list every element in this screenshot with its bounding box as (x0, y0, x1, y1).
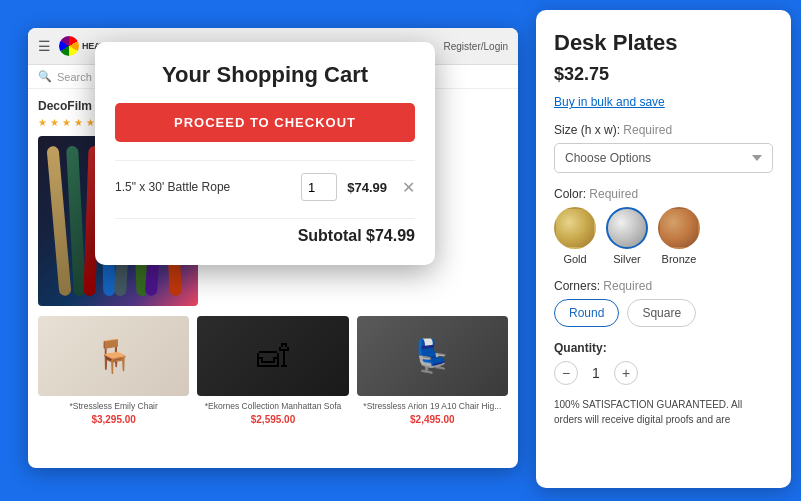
bronze-color-circle (658, 207, 700, 249)
star-icon: ★ (86, 117, 95, 128)
size-option-row: Size (h x w): Required Choose Options (554, 123, 773, 173)
color-options: Gold Silver Bronze (554, 207, 773, 265)
product-card-image-1: 🪑 (38, 316, 189, 396)
logo-circle-icon (59, 36, 79, 56)
quantity-value: 1 (586, 365, 606, 381)
bulk-save-link[interactable]: Buy in bulk and save (554, 95, 773, 109)
product-card-image-2: 🛋 (197, 316, 348, 396)
register-login-link[interactable]: Register/Login (444, 41, 508, 52)
cart-divider (115, 218, 415, 219)
product-card-image-3: 💺 (357, 316, 508, 396)
color-option-silver[interactable]: Silver (606, 207, 648, 265)
cart-item-name: 1.5" x 30' Battle Rope (115, 180, 291, 194)
square-corner-button[interactable]: Square (627, 299, 696, 327)
product-card-price-1: $3,295.00 (38, 414, 189, 425)
cart-item-row: 1.5" x 30' Battle Rope $74.99 ✕ (115, 160, 415, 213)
color-label: Color: Required (554, 187, 773, 201)
product-card-2[interactable]: 🛋 *Ekornes Collection Manhattan Sofa $2,… (197, 316, 348, 425)
cart-item-price: $74.99 (347, 180, 387, 195)
star-icon: ★ (50, 117, 59, 128)
gold-label: Gold (563, 253, 586, 265)
panel-product-title: Desk Plates (554, 30, 773, 56)
star-icon: ★ (62, 117, 71, 128)
star-icon: ★ (74, 117, 83, 128)
product-card-price-2: $2,595.00 (197, 414, 348, 425)
panel-price: $32.75 (554, 64, 773, 85)
corners-label: Corners: Required (554, 279, 773, 293)
color-option-gold[interactable]: Gold (554, 207, 596, 265)
size-select[interactable]: Choose Options (554, 143, 773, 173)
quantity-label: Quantity: (554, 341, 773, 355)
satisfaction-text: 100% SATISFACTION GUARANTEED. All orders… (554, 397, 773, 427)
corners-option-row: Corners: Required Round Square (554, 279, 773, 327)
product-card-name-1: *Stressless Emily Chair (38, 401, 189, 411)
product-detail-panel: Desk Plates $32.75 Buy in bulk and save … (536, 10, 791, 488)
round-corner-button[interactable]: Round (554, 299, 619, 327)
star-icon: ★ (38, 117, 47, 128)
color-option-row: Color: Required Gold Silver Bronze (554, 187, 773, 265)
hamburger-icon[interactable]: ☰ (38, 38, 51, 54)
cart-subtotal: Subtotal $74.99 (115, 227, 415, 245)
silver-color-circle (606, 207, 648, 249)
color-option-bronze[interactable]: Bronze (658, 207, 700, 265)
product-card-price-3: $2,495.00 (357, 414, 508, 425)
checkout-button[interactable]: PROCEED TO CHECKOUT (115, 103, 415, 142)
product-card-name-2: *Ekornes Collection Manhattan Sofa (197, 401, 348, 411)
cart-quantity-input[interactable] (301, 173, 337, 201)
silver-label: Silver (613, 253, 641, 265)
quantity-row: Quantity: − 1 + (554, 341, 773, 385)
quantity-control: − 1 + (554, 361, 773, 385)
quantity-increase-button[interactable]: + (614, 361, 638, 385)
product-card-name-3: *Stressless Arion 19 A10 Chair Hig... (357, 401, 508, 411)
product-card-3[interactable]: 💺 *Stressless Arion 19 A10 Chair Hig... … (357, 316, 508, 425)
size-label: Size (h x w): Required (554, 123, 773, 137)
product-card-1[interactable]: 🪑 *Stressless Emily Chair $3,295.00 (38, 316, 189, 425)
quantity-decrease-button[interactable]: − (554, 361, 578, 385)
cart-title: Your Shopping Cart (115, 62, 415, 88)
gold-color-circle (554, 207, 596, 249)
bronze-label: Bronze (662, 253, 697, 265)
remove-item-button[interactable]: ✕ (402, 178, 415, 197)
shopping-cart-modal: Your Shopping Cart PROCEED TO CHECKOUT 1… (95, 42, 435, 265)
search-icon: 🔍 (38, 70, 52, 83)
corners-options: Round Square (554, 299, 773, 327)
product-cards-row: 🪑 *Stressless Emily Chair $3,295.00 🛋 *E… (38, 316, 508, 425)
